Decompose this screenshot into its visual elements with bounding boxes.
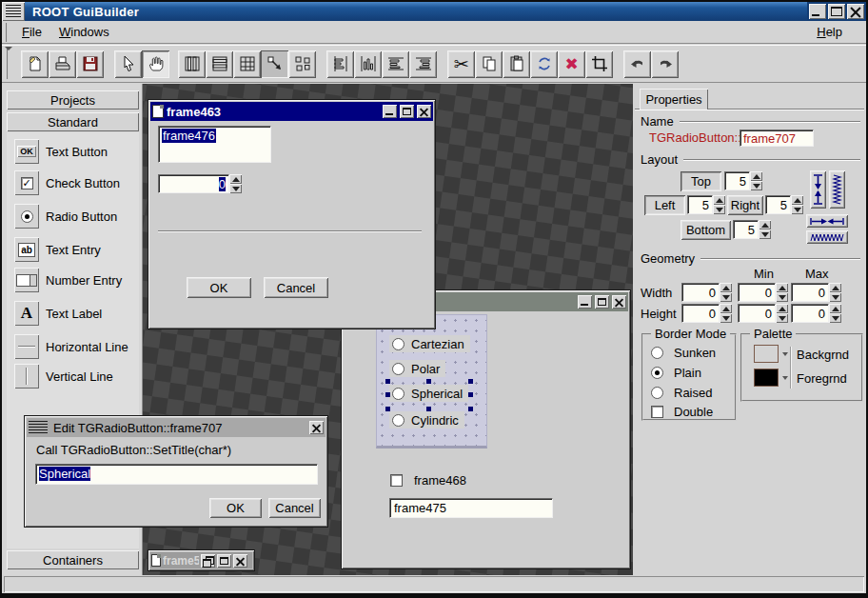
cancel-button[interactable]: Cancel	[264, 277, 328, 298]
cancel-button[interactable]: Cancel	[268, 498, 321, 518]
spin-down-button[interactable]	[776, 292, 788, 302]
width-min-value[interactable]: 0	[738, 283, 776, 302]
crop-button[interactable]	[585, 50, 613, 78]
layout-top-button[interactable]: Top	[681, 171, 721, 191]
layout-top-value[interactable]: 5	[724, 171, 750, 190]
grid-layout-button[interactable]	[233, 50, 261, 78]
height-min-spinner[interactable]: 0	[738, 304, 788, 323]
align-left-button[interactable]	[326, 50, 354, 78]
align-right-button[interactable]	[409, 50, 437, 78]
palette-item-number-entry[interactable]: Number Entry	[14, 267, 122, 293]
radio-circle[interactable]	[651, 387, 663, 399]
window-menu-icon[interactable]	[29, 421, 48, 434]
layout-bottom-value[interactable]: 5	[733, 220, 759, 239]
titlebar[interactable]: ROOT GuiBuilder	[2, 2, 866, 21]
spin-up-button[interactable]	[776, 304, 788, 313]
spin-down-button[interactable]	[829, 292, 841, 302]
layout-right-value[interactable]: 5	[765, 195, 791, 214]
delete-button[interactable]: ✖	[558, 50, 585, 78]
frame463-titlebar[interactable]: frame463	[150, 102, 433, 121]
widget-name-entry[interactable]: frame707	[740, 130, 814, 147]
select-tool-button[interactable]	[114, 50, 142, 78]
spring-horizontal-hint-button[interactable]	[806, 230, 848, 244]
window-menu-button[interactable]	[2, 2, 25, 21]
spin-down-button[interactable]	[759, 229, 771, 239]
palette-item-text-entry[interactable]: ab Text Entry	[14, 236, 101, 263]
paste-button[interactable]	[503, 50, 530, 78]
radio-circle[interactable]	[392, 338, 404, 350]
close-button[interactable]	[233, 554, 247, 568]
radio-group-frame[interactable]: Cartezian Polar Spherical Cylindric	[376, 314, 487, 448]
close-button[interactable]	[847, 4, 864, 19]
design-window[interactable]: Cartezian Polar Spherical Cylindric	[341, 289, 631, 569]
break-layout-button[interactable]	[288, 50, 316, 78]
border-mode-raised[interactable]: Raised	[651, 385, 712, 400]
spin-up-button[interactable]	[829, 304, 841, 313]
ok-button[interactable]: OK	[209, 498, 262, 518]
open-project-button[interactable]	[49, 50, 76, 78]
new-project-button[interactable]	[21, 50, 49, 78]
spin-up-button[interactable]	[229, 174, 242, 184]
palette-item-horizontal-line[interactable]: Horizontal Line	[14, 333, 128, 360]
horizontal-layout-button[interactable]	[206, 50, 233, 78]
align-top-button[interactable]	[382, 50, 409, 78]
background-color-swatch[interactable]	[754, 345, 779, 363]
radio-option-spherical[interactable]: Spherical	[389, 385, 468, 402]
radio-option-cartezian[interactable]: Cartezian	[389, 335, 470, 352]
radio-option-cylindric[interactable]: Cylindric	[389, 411, 464, 429]
grab-tool-button[interactable]	[142, 50, 169, 78]
spin-down-button[interactable]	[713, 205, 725, 214]
layout-left-button[interactable]: Left	[644, 195, 685, 215]
spin-down-button[interactable]	[776, 313, 788, 323]
chevron-down-icon[interactable]	[782, 352, 788, 356]
checkbox[interactable]	[390, 474, 403, 487]
compress-horizontal-hint-button[interactable]	[806, 214, 848, 228]
frame468-checkbox-row[interactable]: frame468	[390, 473, 466, 488]
spin-up-button[interactable]	[750, 171, 762, 181]
spin-up-button[interactable]	[720, 283, 732, 292]
shelf-containers[interactable]: Containers	[7, 550, 139, 569]
align-bottom-button[interactable]	[354, 50, 382, 78]
maximize-button[interactable]	[828, 4, 845, 19]
border-mode-sunken[interactable]: Sunken	[651, 345, 716, 360]
height-spinner[interactable]: 0	[681, 304, 732, 323]
height-value[interactable]: 0	[681, 304, 720, 323]
width-max-value[interactable]: 0	[791, 283, 829, 302]
palette-item-text-label[interactable]: A Text Label	[14, 300, 102, 327]
resize-mode-button[interactable]	[261, 50, 288, 78]
number-entry-value-box[interactable]: 0	[158, 174, 229, 193]
spin-up-button[interactable]	[791, 195, 803, 205]
spring-vertical-hint-button[interactable]	[829, 170, 845, 209]
minimize-button[interactable]	[809, 4, 826, 19]
shelf-projects[interactable]: Projects	[7, 90, 139, 110]
menu-windows[interactable]: Windows	[50, 23, 118, 41]
radio-circle[interactable]	[651, 347, 663, 359]
width-value[interactable]: 0	[681, 283, 720, 302]
vertical-layout-button[interactable]	[178, 50, 206, 78]
height-max-spinner[interactable]: 0	[791, 304, 841, 323]
cut-button[interactable]: ✂	[447, 50, 475, 78]
edit-dialog-titlebar[interactable]: Edit TGRadioButton::frame707	[27, 418, 326, 437]
width-min-spinner[interactable]: 0	[738, 283, 788, 302]
spin-up-button[interactable]	[759, 220, 771, 229]
radio-circle[interactable]	[392, 388, 404, 400]
foreground-color-swatch[interactable]	[754, 369, 779, 387]
spin-up-button[interactable]	[720, 304, 732, 313]
menu-file[interactable]: File	[13, 23, 50, 41]
tab-properties[interactable]: Properties	[640, 89, 708, 110]
spin-down-button[interactable]	[229, 184, 242, 193]
palette-item-vertical-line[interactable]: Vertical Line	[14, 363, 113, 389]
layout-bottom-button[interactable]: Bottom	[681, 220, 731, 240]
edit-dialog[interactable]: Edit TGRadioButton::frame707 Call TGRadi…	[24, 415, 328, 528]
settitle-text-entry[interactable]: Spherical	[35, 464, 318, 485]
frame476-text-entry[interactable]: frame476	[158, 126, 271, 163]
selection-handle[interactable]	[468, 407, 473, 411]
width-spinner[interactable]: 0	[681, 283, 732, 302]
palette-item-check-button[interactable]: ✓ Check Button	[14, 169, 120, 196]
radio-circle[interactable]	[392, 414, 404, 427]
copy-button[interactable]	[475, 50, 503, 78]
minimized-window[interactable]: frame5	[148, 549, 255, 571]
undo-button[interactable]	[623, 50, 651, 78]
spin-down-button[interactable]	[791, 205, 803, 214]
frame463-dialog[interactable]: frame463 frame476 0	[148, 99, 436, 329]
